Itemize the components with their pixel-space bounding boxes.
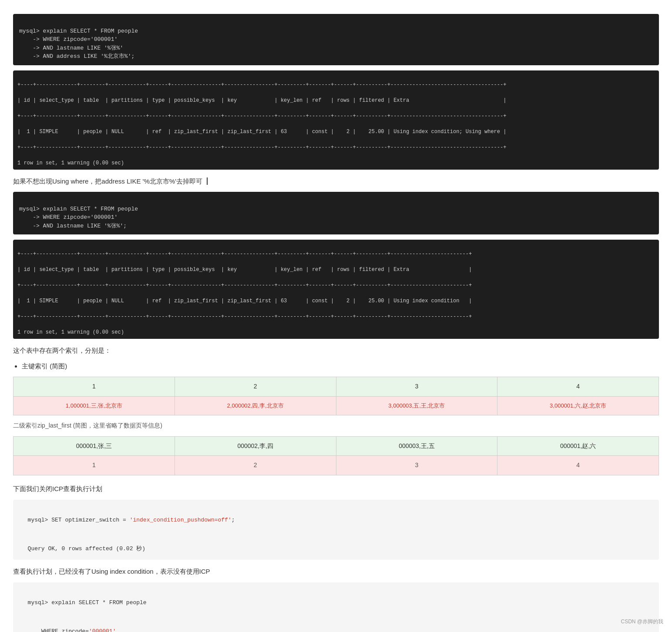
watermark: CSDN @赤脚的我 — [621, 617, 663, 626]
code-table-separator-bot-2: +----+-------------+--------+-----------… — [17, 314, 472, 320]
code-light-1: mysql> SET optimizer_switch = 'index_con… — [13, 500, 659, 560]
primary-index-cell-4: 3,000001,六,赵,北京市 — [497, 396, 659, 415]
code-light-line-2: Query OK, 0 rows affected (0.02 秒) — [28, 545, 145, 552]
primary-index-cell-3: 3,000003,五,王,北京市 — [336, 396, 497, 415]
bullet-list: 主键索引 (简图) — [22, 361, 659, 372]
primary-index-table: 1 2 3 4 1,000001,三,张,北京市 2,000002,四,李,北京… — [13, 377, 659, 415]
secondary-index-header-3: 000003,王,五 — [336, 436, 497, 456]
code-light-2-line-2: WHERE zipcode='000001' — [28, 628, 116, 632]
secondary-index-header-4: 000001,赵,六 — [497, 436, 659, 456]
secondary-index-header-2: 000002,李,四 — [175, 436, 336, 456]
code-table-separator-bot: +----+-------------+--------+-----------… — [17, 144, 506, 150]
code-table-header: | id | select_type | table | partitions … — [17, 97, 506, 104]
prose-3: 下面我们关闭ICP查看执行计划 — [13, 483, 659, 495]
code-light-2-line-1: mysql> explain SELECT * FROM people — [28, 599, 147, 606]
bullet-item-1: 主键索引 (简图) — [22, 361, 659, 372]
secondary-index-sub-3: 3 — [336, 456, 497, 475]
secondary-index-header-row: 000001,张,三 000002,李,四 000003,王,五 000001,… — [13, 436, 659, 456]
prose-4: 查看执行计划，已经没有了Using index condition，表示没有使用… — [13, 566, 659, 577]
primary-index-header-1: 1 — [13, 377, 175, 397]
code-table-footer-2: 1 row in set, 1 warning (0.00 sec) — [17, 329, 124, 335]
secondary-index-label: 二级索引zip_last_first (简图，这里省略了数据页等信息) — [13, 421, 659, 431]
primary-index-header-4: 4 — [497, 377, 659, 397]
primary-index-cell-2: 2,000002,四,李,北京市 — [175, 396, 336, 415]
code-text-2: mysql> explain SELECT * FROM people -> W… — [19, 206, 138, 229]
code-table-separator-mid: +----+-------------+--------+-----------… — [17, 113, 506, 119]
code-table-separator-top-2: +----+-------------+--------+-----------… — [17, 251, 472, 257]
code-light-2: mysql> explain SELECT * FROM people WHER… — [13, 582, 659, 632]
secondary-index-subrow: 1 2 3 4 — [13, 456, 659, 475]
code-text-1: mysql> explain SELECT * FROM people -> W… — [19, 28, 138, 60]
primary-index-header-row: 1 2 3 4 — [13, 377, 659, 397]
primary-index-header-2: 2 — [175, 377, 336, 397]
secondary-index-sub-4: 4 — [497, 456, 659, 475]
secondary-index-header-1: 000001,张,三 — [13, 436, 175, 456]
code-block-1: mysql> explain SELECT * FROM people -> W… — [13, 14, 659, 65]
code-table-footer-1: 1 row in set, 1 warning (0.00 sec) — [17, 160, 124, 166]
secondary-index-sub-1: 1 — [13, 456, 175, 475]
secondary-index-sub-2: 2 — [175, 456, 336, 475]
cursor — [205, 177, 208, 185]
code-table-header-2: | id | select_type | table | partitions … — [17, 267, 472, 273]
code-table-separator-top: +----+-------------+--------+-----------… — [17, 82, 506, 88]
code-block-2: mysql> explain SELECT * FROM people -> W… — [13, 192, 659, 234]
code-table-separator-mid-2: +----+-------------+--------+-----------… — [17, 282, 472, 288]
code-result-table-2: +----+-------------+--------+-----------… — [13, 240, 659, 339]
prose-2: 这个表中存在两个索引，分别是： — [13, 345, 659, 356]
code-result-table-1: +----+-------------+--------+-----------… — [13, 70, 659, 170]
primary-index-data-row: 1,000001,三,张,北京市 2,000002,四,李,北京市 3,0000… — [13, 396, 659, 415]
secondary-index-table: 000001,张,三 000002,李,四 000003,王,五 000001,… — [13, 436, 659, 476]
prose-1: 如果不想出现Using where，把address LIKE '%北京市%'去… — [13, 176, 659, 187]
primary-index-cell-1: 1,000001,三,张,北京市 — [13, 396, 175, 415]
code-table-row-1: | 1 | SIMPLE | people | NULL | ref | zip… — [17, 129, 506, 135]
primary-index-header-3: 3 — [336, 377, 497, 397]
code-table-row-2: | 1 | SIMPLE | people | NULL | ref | zip… — [17, 298, 472, 304]
code-light-line-1: mysql> SET optimizer_switch = 'index_con… — [28, 517, 235, 523]
